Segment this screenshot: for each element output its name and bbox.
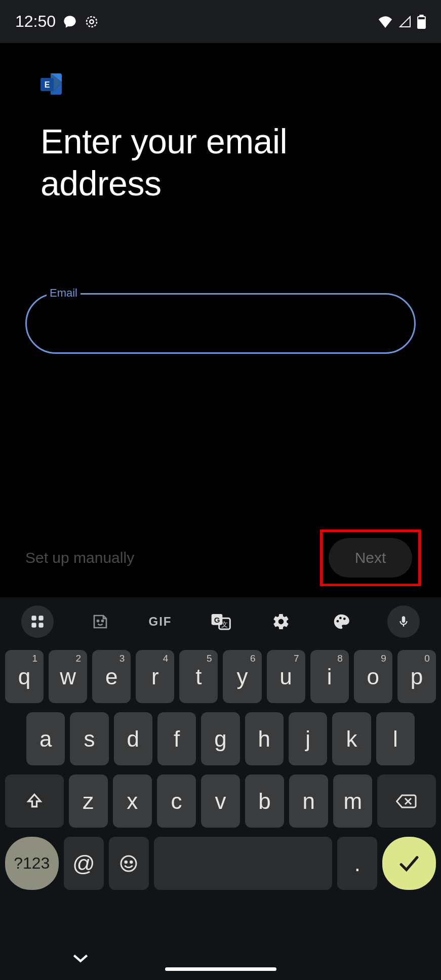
keyboard-toolbar: GIF G文 <box>0 597 441 646</box>
battery-icon <box>417 15 426 29</box>
mic-icon[interactable] <box>387 605 420 638</box>
key-a[interactable]: a <box>26 712 65 765</box>
key-emoji[interactable] <box>109 837 149 890</box>
gif-button[interactable]: GIF <box>146 608 174 636</box>
chevron-down-icon[interactable] <box>72 953 89 966</box>
next-button[interactable]: Next <box>329 538 412 578</box>
key-enter[interactable] <box>382 837 436 890</box>
svg-rect-7 <box>31 616 36 620</box>
key-q[interactable]: q1 <box>5 650 44 703</box>
svg-rect-4 <box>418 17 425 19</box>
key-c[interactable]: c <box>157 774 196 828</box>
svg-point-22 <box>131 861 133 863</box>
key-x[interactable]: x <box>113 774 152 828</box>
key-i[interactable]: i8 <box>310 650 349 703</box>
keyboard-keys: q1 w2 e3 r4 t5 y6 u7 i8 o9 p0 a s d f g … <box>0 646 441 980</box>
key-row-3: z x c v b n m <box>5 774 436 828</box>
email-field-wrap: Email <box>25 293 416 354</box>
svg-point-19 <box>343 618 345 620</box>
key-j[interactable]: j <box>289 712 327 765</box>
sticker-icon[interactable] <box>86 608 114 636</box>
setup-manually-link[interactable]: Set up manually <box>25 549 134 566</box>
key-row-4: ?123 @ . <box>5 837 436 890</box>
chat-icon <box>63 15 77 29</box>
palette-icon[interactable] <box>327 608 355 636</box>
svg-point-21 <box>125 861 127 863</box>
key-period[interactable]: . <box>337 837 377 890</box>
svg-rect-9 <box>31 623 36 627</box>
svg-text:G: G <box>214 616 220 624</box>
svg-point-18 <box>339 617 342 620</box>
key-z[interactable]: z <box>69 774 108 828</box>
svg-rect-10 <box>38 623 43 627</box>
key-row-2: a s d f g h j k l <box>5 712 436 765</box>
svg-point-1 <box>90 20 94 24</box>
key-n[interactable]: n <box>289 774 328 828</box>
key-s[interactable]: s <box>70 712 108 765</box>
svg-rect-8 <box>38 616 43 620</box>
key-g[interactable]: g <box>201 712 239 765</box>
svg-text:文: 文 <box>221 621 228 628</box>
svg-rect-3 <box>419 15 423 17</box>
key-backspace[interactable] <box>377 774 436 828</box>
svg-point-11 <box>97 620 99 622</box>
status-bar: 12:50 <box>0 0 441 43</box>
svg-text:E: E <box>45 80 50 89</box>
key-o[interactable]: o9 <box>354 650 392 703</box>
svg-point-20 <box>121 856 136 871</box>
key-r[interactable]: r4 <box>136 650 174 703</box>
page-title: Enter your email address <box>41 120 400 205</box>
key-w[interactable]: w2 <box>49 650 87 703</box>
next-highlight-box: Next <box>320 529 421 586</box>
key-k[interactable]: k <box>332 712 371 765</box>
key-at[interactable]: @ <box>64 837 104 890</box>
bottom-actions: Set up manually Next <box>25 529 421 586</box>
key-l[interactable]: l <box>376 712 415 765</box>
settings-icon[interactable] <box>267 608 295 636</box>
status-time: 12:50 <box>15 12 56 31</box>
key-t[interactable]: t5 <box>179 650 218 703</box>
key-p[interactable]: p0 <box>397 650 436 703</box>
key-b[interactable]: b <box>245 774 284 828</box>
translate-icon[interactable]: G文 <box>207 608 234 636</box>
exchange-icon: E <box>41 73 65 93</box>
key-m[interactable]: m <box>333 774 372 828</box>
soft-keyboard: GIF G文 q1 w2 e3 r4 t5 y6 u7 i8 o9 p0 a <box>0 597 441 980</box>
key-f[interactable]: f <box>157 712 196 765</box>
status-left: 12:50 <box>15 12 99 31</box>
key-shift[interactable] <box>5 774 64 828</box>
content-area: E Enter your email address Email Set up … <box>0 43 441 597</box>
apps-icon[interactable] <box>21 605 54 638</box>
wifi-icon <box>378 16 393 28</box>
gear-outline-icon <box>84 14 99 29</box>
signal-icon <box>398 16 412 28</box>
key-u[interactable]: u7 <box>267 650 305 703</box>
svg-point-0 <box>87 17 97 27</box>
nav-home-indicator[interactable] <box>165 967 276 971</box>
key-row-1: q1 w2 e3 r4 t5 y6 u7 i8 o9 p0 <box>5 650 436 703</box>
email-label: Email <box>47 287 81 300</box>
key-v[interactable]: v <box>201 774 240 828</box>
key-symbols[interactable]: ?123 <box>5 837 59 890</box>
key-y[interactable]: y6 <box>223 650 261 703</box>
key-h[interactable]: h <box>245 712 284 765</box>
svg-point-12 <box>102 620 103 622</box>
status-right <box>378 15 426 29</box>
svg-point-17 <box>336 620 339 623</box>
email-field[interactable] <box>25 293 416 354</box>
key-d[interactable]: d <box>114 712 152 765</box>
key-e[interactable]: e3 <box>92 650 131 703</box>
key-space[interactable] <box>154 837 332 890</box>
